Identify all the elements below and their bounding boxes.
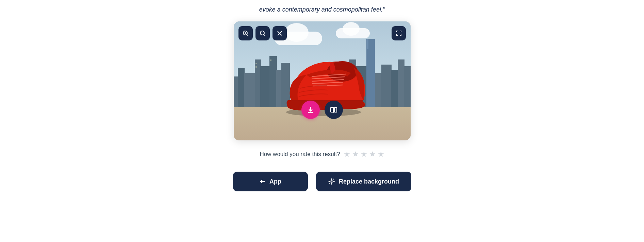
svg-rect-41 bbox=[331, 107, 333, 112]
action-buttons bbox=[301, 101, 343, 119]
replace-background-label: Replace background bbox=[339, 178, 399, 185]
svg-rect-21 bbox=[270, 59, 271, 61]
image-viewer bbox=[234, 21, 411, 140]
svg-rect-14 bbox=[391, 70, 398, 107]
svg-rect-5 bbox=[269, 56, 277, 107]
star-2[interactable]: ★ bbox=[352, 150, 359, 159]
svg-line-35 bbox=[264, 35, 265, 36]
svg-point-45 bbox=[329, 183, 330, 184]
top-quote: evoke a contemporary and cosmopolitan fe… bbox=[246, 0, 399, 21]
download-button[interactable] bbox=[301, 101, 320, 119]
compare-button[interactable] bbox=[325, 101, 343, 119]
svg-line-32 bbox=[247, 35, 248, 36]
app-button-label: App bbox=[269, 178, 281, 185]
arrow-left-icon bbox=[259, 178, 266, 185]
zoom-out-button[interactable] bbox=[255, 26, 270, 40]
svg-rect-1 bbox=[238, 68, 245, 107]
rating-question: How would you rate this result? bbox=[260, 151, 340, 158]
star-3[interactable]: ★ bbox=[361, 150, 367, 159]
close-button[interactable] bbox=[273, 26, 287, 40]
star-rating[interactable]: ★ ★ ★ ★ ★ bbox=[344, 150, 384, 159]
svg-rect-16 bbox=[404, 66, 411, 107]
top-left-controls bbox=[238, 26, 287, 40]
rating-section: How would you rate this result? ★ ★ ★ ★ … bbox=[260, 150, 384, 159]
svg-rect-13 bbox=[381, 65, 392, 107]
svg-rect-20 bbox=[255, 66, 257, 68]
star-1[interactable]: ★ bbox=[344, 150, 350, 159]
replace-background-button[interactable]: Replace background bbox=[316, 172, 411, 191]
svg-rect-42 bbox=[334, 107, 337, 112]
sparkle-icon bbox=[328, 178, 335, 185]
zoom-in-button[interactable] bbox=[238, 26, 253, 40]
svg-rect-4 bbox=[260, 66, 270, 107]
svg-rect-19 bbox=[255, 63, 257, 64]
svg-rect-15 bbox=[398, 59, 404, 107]
svg-point-44 bbox=[333, 179, 334, 180]
bottom-buttons: App Replace background bbox=[233, 172, 411, 191]
app-button[interactable]: App bbox=[233, 172, 308, 191]
star-5[interactable]: ★ bbox=[378, 150, 384, 159]
cloud-2 bbox=[336, 28, 370, 38]
fullscreen-button[interactable] bbox=[392, 26, 406, 40]
star-4[interactable]: ★ bbox=[369, 150, 376, 159]
svg-rect-2 bbox=[244, 73, 256, 107]
